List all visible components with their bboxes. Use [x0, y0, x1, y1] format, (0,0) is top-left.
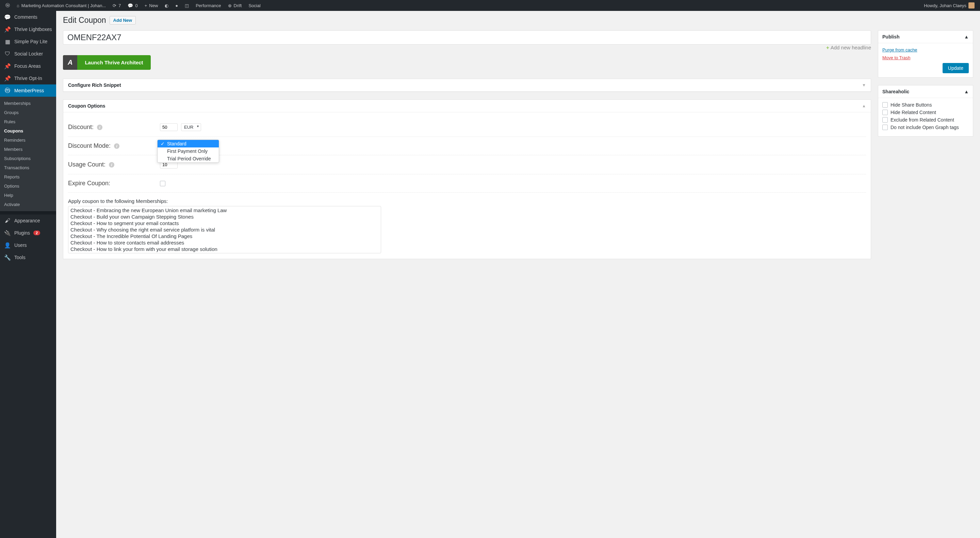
w3tc-icon[interactable]: ◫ — [182, 0, 192, 11]
sidebar-appearance[interactable]: 🖌Appearance — [0, 214, 56, 227]
submenu-rules[interactable]: Rules — [0, 117, 56, 126]
hide-related-checkbox[interactable] — [882, 110, 888, 115]
membership-option[interactable]: Checkout - How to link your form with yo… — [69, 246, 380, 252]
avatar — [969, 2, 975, 8]
social[interactable]: Social — [246, 0, 263, 11]
coupon-options-header[interactable]: Coupon Options ▲ — [63, 100, 871, 112]
mode-option-first-payment[interactable]: First Payment Only — [158, 147, 219, 155]
yoast-icon[interactable]: ◐ — [162, 0, 171, 11]
discount-mode-dropdown: Standard First Payment Only Trial Period… — [157, 140, 219, 163]
add-headline-link[interactable]: +Add new headline — [63, 45, 871, 50]
coupon-title-input[interactable] — [63, 30, 871, 45]
submenu-reminders[interactable]: Reminders — [0, 136, 56, 145]
page-title: Edit Coupon — [63, 16, 106, 25]
submenu-members[interactable]: Members — [0, 145, 56, 154]
submenu-subscriptions[interactable]: Subscriptions — [0, 154, 56, 163]
pin-icon: 📌 — [4, 26, 11, 33]
card-icon: ▦ — [4, 38, 11, 45]
sidebar-social-locker[interactable]: 🛡Social Locker — [0, 48, 56, 60]
user-icon: 👤 — [4, 242, 11, 249]
performance[interactable]: Performance — [193, 0, 224, 11]
submenu-groups[interactable]: Groups — [0, 108, 56, 117]
sidebar-thrive-optin[interactable]: 📌Thrive Opt-In — [0, 72, 56, 85]
shield-icon: 🛡 — [4, 50, 11, 57]
publish-panel: Publish ▲ Purge from cache Move to Trash… — [878, 30, 973, 78]
plus-icon: + — [145, 3, 147, 8]
submenu-coupons[interactable]: Coupons — [0, 126, 56, 136]
submenu-help[interactable]: Help — [0, 191, 56, 200]
expire-checkbox[interactable] — [160, 181, 165, 186]
mode-option-trial-override[interactable]: Trial Period Override — [158, 155, 219, 163]
update-button[interactable]: Update — [943, 63, 969, 73]
comment-icon: 💬 — [4, 14, 11, 21]
sidebar-comments[interactable]: 💬Comments — [0, 11, 56, 23]
membership-option[interactable]: Checkout - How to store contacts email a… — [69, 239, 380, 246]
drift-icon: ⊕ — [228, 3, 232, 8]
sidebar-tools[interactable]: 🔧Tools — [0, 251, 56, 263]
wp-logo[interactable]: ⓦ — [3, 0, 13, 11]
discount-row: Discount:i EUR — [68, 118, 866, 137]
move-to-trash-link[interactable]: Move to Trash — [882, 55, 969, 60]
memberships-select[interactable]: Checkout - Embracing the new European Un… — [68, 206, 381, 253]
submenu-memberships[interactable]: Memberships — [0, 99, 56, 108]
shareaholic-header[interactable]: Shareaholic ▲ — [878, 85, 973, 98]
site-name[interactable]: ⌂Marketing Automation Consultant | Johan… — [14, 0, 108, 11]
info-icon[interactable]: i — [114, 144, 119, 149]
updates[interactable]: ⟳7 — [110, 0, 124, 11]
submenu-activate[interactable]: Activate — [0, 200, 56, 209]
sidebar-separator — [0, 211, 56, 214]
memberpress-icon: ⓜ — [4, 87, 11, 94]
drift[interactable]: ⊕Drift — [225, 0, 245, 11]
mode-option-standard[interactable]: Standard — [158, 140, 219, 147]
hide-share-checkbox[interactable] — [882, 102, 888, 108]
chevron-up-icon: ▲ — [964, 89, 969, 94]
expire-row: Expire Coupon: — [68, 174, 866, 193]
publish-header[interactable]: Publish ▲ — [878, 30, 973, 43]
submenu-reports[interactable]: Reports — [0, 172, 56, 182]
sidebar-memberpress[interactable]: ⓜMemberPress — [0, 85, 56, 97]
discount-mode-row: Discount Mode:i Standard First Payment O… — [68, 137, 866, 155]
wordpress-icon: ⓦ — [5, 2, 10, 8]
currency-select[interactable]: EUR — [181, 123, 201, 131]
sidebar-plugins[interactable]: 🔌Plugins2 — [0, 227, 56, 239]
rich-snippet-header[interactable]: Configure Rich Snippet ▼ — [63, 79, 871, 92]
chevron-up-icon: ▲ — [862, 104, 866, 108]
dot-icon[interactable]: ● — [172, 0, 181, 11]
info-icon[interactable]: i — [97, 125, 102, 130]
admin-bar: ⓦ ⌂Marketing Automation Consultant | Joh… — [0, 0, 980, 11]
submenu-transactions[interactable]: Transactions — [0, 163, 56, 172]
membership-option[interactable]: Checkout - Why choosing the right email … — [69, 227, 380, 233]
membership-option[interactable]: Checkout - Embracing the new European Un… — [69, 207, 380, 214]
my-account[interactable]: Howdy, Johan Claeys — [921, 0, 977, 11]
comment-icon: 💬 — [127, 3, 133, 8]
chevron-up-icon: ▲ — [964, 34, 969, 40]
admin-sidebar: 💬Comments 📌Thrive Lightboxes ▦Simple Pay… — [0, 11, 56, 538]
membership-option[interactable]: Checkout - The Incredible Potential Of L… — [69, 233, 380, 239]
no-opengraph-checkbox[interactable] — [882, 125, 888, 130]
memberships-label: Apply coupon to the following Membership… — [68, 198, 866, 204]
bar-comments[interactable]: 💬0 — [125, 0, 140, 11]
plugin-icon: 🔌 — [4, 230, 11, 236]
rich-snippet-panel: Configure Rich Snippet ▼ — [63, 79, 871, 92]
info-icon[interactable]: i — [109, 162, 115, 168]
sidebar-users[interactable]: 👤Users — [0, 239, 56, 251]
membership-option[interactable]: Checkout - Build your own Campaign Stepp… — [69, 214, 380, 220]
plugin-badge: 2 — [33, 230, 40, 235]
add-new-button[interactable]: Add New — [110, 16, 136, 24]
membership-option[interactable]: Checkout - How to segment your email con… — [69, 220, 380, 227]
sidebar-thrive-lightboxes[interactable]: 📌Thrive Lightboxes — [0, 23, 56, 35]
exclude-related-checkbox[interactable] — [882, 117, 888, 123]
sidebar-simple-pay[interactable]: ▦Simple Pay Lite — [0, 35, 56, 48]
pin-icon: 📌 — [4, 63, 11, 69]
purge-cache-link[interactable]: Purge from cache — [882, 47, 969, 53]
launch-thrive-button[interactable]: A Launch Thrive Architect — [63, 55, 151, 70]
plus-icon: + — [826, 45, 829, 50]
shareaholic-panel: Shareaholic ▲ Hide Share Buttons Hide Re… — [878, 85, 973, 137]
sidebar-focus-areas[interactable]: 📌Focus Areas — [0, 60, 56, 72]
submenu-options[interactable]: Options — [0, 182, 56, 191]
pin-icon: 📌 — [4, 75, 11, 82]
brush-icon: 🖌 — [4, 217, 11, 224]
discount-input[interactable] — [160, 123, 178, 131]
new-content[interactable]: +New — [142, 0, 161, 11]
chevron-down-icon: ▼ — [862, 83, 866, 88]
